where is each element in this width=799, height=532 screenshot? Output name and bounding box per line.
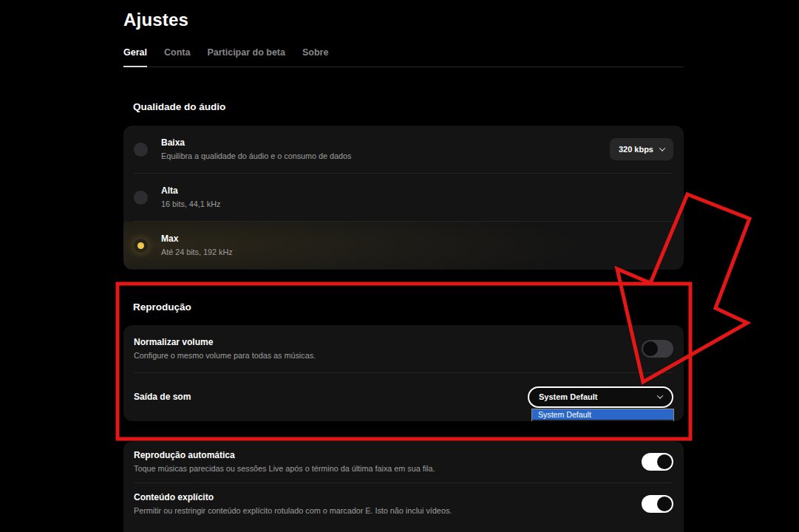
radio-dot	[137, 242, 144, 249]
toggle-knob	[643, 341, 658, 356]
playback-heading: Reprodução	[133, 301, 191, 313]
setting-description: Toque músicas parecidas ou sessões Live …	[134, 465, 435, 473]
option-label: Alta	[161, 186, 220, 196]
tab-geral[interactable]: Geral	[123, 47, 147, 58]
setting-description: Configure o mesmo volume para todas as m…	[134, 352, 316, 360]
bitrate-value: 320 kbps	[619, 145, 653, 154]
tab-bar: Geral Conta Participar do beta Sobre	[123, 47, 684, 67]
toggle-knob	[657, 454, 672, 469]
settings-page: { "page": { "title": "Ajustes" }, "tabs"…	[0, 0, 799, 532]
normalize-volume-toggle[interactable]	[642, 340, 673, 358]
option-texts: Alta 16 bits, 44,1 kHz	[161, 186, 220, 208]
option-texts: Max Até 24 bits, 192 kHz	[161, 234, 233, 256]
option-label: Max	[161, 234, 233, 244]
dropdown-option-alto-falantes[interactable]: Alto-falantes (Realtek(R) Audio)	[532, 420, 673, 421]
autoplay-toggle[interactable]	[642, 453, 673, 471]
radio-max[interactable]	[134, 239, 148, 253]
page-title: Ajustes	[123, 10, 188, 30]
radio-dot	[137, 194, 144, 201]
quality-option-alta[interactable]: Alta 16 bits, 44,1 kHz	[123, 174, 684, 221]
quality-option-baixa[interactable]: Baixa Equilibra a qualidade do áudio e o…	[123, 126, 684, 173]
select-value: System Default	[539, 392, 597, 401]
tab-participar-do-beta[interactable]: Participar do beta	[207, 47, 285, 58]
toggle-knob	[657, 497, 672, 511]
sound-output-dropdown-menu: System Default Alto-falantes (Realtek(R)…	[531, 409, 674, 421]
setting-label: Normalizar volume	[134, 338, 316, 347]
radio-alta[interactable]	[134, 191, 148, 205]
tab-sobre[interactable]: Sobre	[302, 47, 328, 58]
more-settings-card: Reprodução automática Toque músicas pare…	[123, 441, 684, 532]
option-description: Equilibra a qualidade do áudio e o consu…	[161, 152, 352, 160]
normalize-volume-row: Normalizar volume Configure o mesmo volu…	[123, 325, 684, 372]
tab-conta[interactable]: Conta	[164, 47, 190, 58]
quality-option-max[interactable]: Max Até 24 bits, 192 kHz	[123, 222, 684, 269]
explicit-content-row: Conteúdo explícito Permitir ou restringi…	[123, 483, 684, 525]
setting-label: Reprodução automática	[134, 451, 435, 460]
radio-dot	[137, 146, 144, 153]
bitrate-dropdown-button[interactable]: 320 kbps	[610, 138, 673, 160]
setting-texts: Normalizar volume Configure o mesmo volu…	[134, 338, 316, 360]
setting-texts: Saída de som	[134, 392, 191, 402]
setting-label: Conteúdo explícito	[134, 493, 452, 502]
audio-quality-heading: Qualidade do áudio	[133, 101, 225, 112]
autoplay-row: Reprodução automática Toque músicas pare…	[123, 441, 684, 482]
option-description: 16 bits, 44,1 kHz	[161, 200, 220, 208]
option-description: Até 24 bits, 192 kHz	[161, 248, 233, 256]
chevron-down-icon	[659, 145, 665, 151]
explicit-content-toggle[interactable]	[642, 495, 673, 513]
setting-label: Saída de som	[134, 392, 191, 402]
option-label: Baixa	[161, 138, 352, 148]
setting-texts: Conteúdo explícito Permitir ou restringi…	[134, 493, 452, 515]
audio-quality-card: Baixa Equilibra a qualidade do áudio e o…	[123, 126, 684, 270]
radio-baixa[interactable]	[134, 143, 148, 157]
option-texts: Baixa Equilibra a qualidade do áudio e o…	[161, 138, 352, 160]
setting-texts: Reprodução automática Toque músicas pare…	[134, 451, 435, 473]
chevron-down-icon	[657, 392, 663, 398]
sound-output-select[interactable]: System Default	[528, 386, 673, 408]
playback-card: Normalizar volume Configure o mesmo volu…	[123, 325, 684, 421]
dropdown-option-system-default[interactable]: System Default	[532, 409, 673, 420]
setting-description: Permitir ou restringir conteúdo explícit…	[134, 507, 452, 515]
